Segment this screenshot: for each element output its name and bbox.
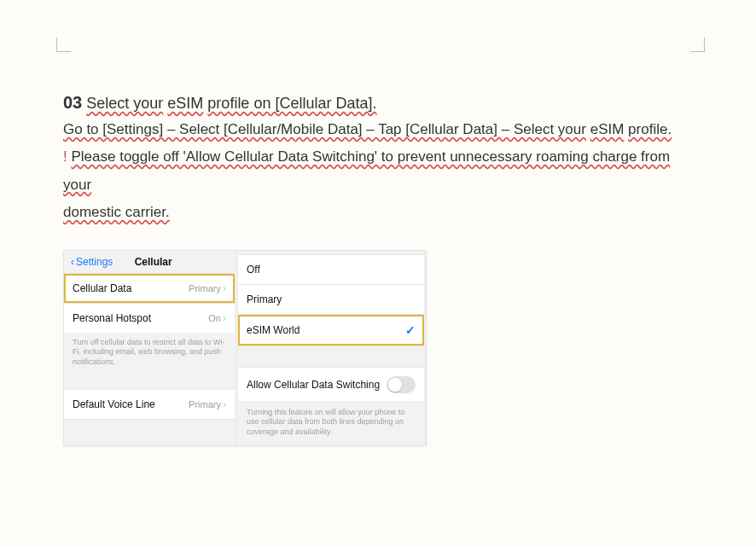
row-label: Allow Cellular Data Switching [247,379,380,391]
chevron-right-icon: › [223,282,226,294]
section-footnote: Turn off cellular data to restrict all d… [64,333,235,375]
row-label: Personal Hotspot [73,312,151,324]
row-personal-hotspot[interactable]: Personal Hotspot On › [64,303,235,333]
section-footnote: Turning this feature on will allow your … [238,403,424,445]
row-primary[interactable]: Primary [238,284,424,314]
row-allow-data-switching[interactable]: Allow Cellular Data Switching [238,367,424,403]
instruction-line-3: domestic carrier. [63,199,695,226]
instr-2b: domestic carrier. [63,204,170,220]
instruction-line-2: ! Please toggle off 'Allow Cellular Data… [63,143,695,199]
row-value: Primary [189,283,221,293]
toggle-off[interactable] [387,376,416,393]
instr-1c: profile. [628,121,672,137]
screenshot-cellular-data-select: Off Primary eSIM World ✓ Allow Cellular … [238,251,424,445]
row-value: Primary [189,399,221,410]
row-value: On [208,313,221,323]
title-text-c: profile on [Cellular Data]. [207,95,376,112]
screenshot-cellular-settings: ‹ Settings Cellular Cellular Data Primar… [64,251,235,445]
title-text-a: Select your [86,95,163,112]
row-label: eSIM World [247,324,299,336]
check-icon: ✓ [405,323,416,337]
warning-icon: ! [63,148,67,165]
instr-1a: Go to [Settings] – Select [Cellular/Mobi… [63,121,586,137]
row-esim-world[interactable]: eSIM World ✓ [238,314,424,346]
row-label: Off [247,264,260,276]
row-label: Default Voice Line [73,398,155,410]
chevron-left-icon: ‹ [71,256,74,268]
instruction-line-1: Go to [Settings] – Select [Cellular/Mobi… [63,116,695,143]
title-text-b: eSIM [167,95,203,112]
step-number: 03 [63,93,82,112]
row-label: Cellular Data [73,282,131,294]
instr-2a: Please toggle off 'Allow Cellular Data S… [63,148,670,192]
row-label: Primary [247,293,282,305]
chevron-right-icon: › [223,398,226,410]
nav-bar: ‹ Settings Cellular [64,251,235,273]
crop-mark-top-left [56,38,71,52]
screenshot-group: ‹ Settings Cellular Cellular Data Primar… [63,250,427,446]
instr-1b: eSIM [590,121,625,137]
chevron-right-icon: › [223,312,226,324]
row-off[interactable]: Off [238,254,424,284]
step-title: 03 Select your eSIM profile on [Cellular… [63,89,695,116]
nav-title: Cellular [79,256,228,268]
row-cellular-data[interactable]: Cellular Data Primary › [64,273,235,303]
row-default-voice-line[interactable]: Default Voice Line Primary › [64,389,235,420]
document-body: 03 Select your eSIM profile on [Cellular… [63,89,695,446]
crop-mark-top-right [690,38,705,52]
